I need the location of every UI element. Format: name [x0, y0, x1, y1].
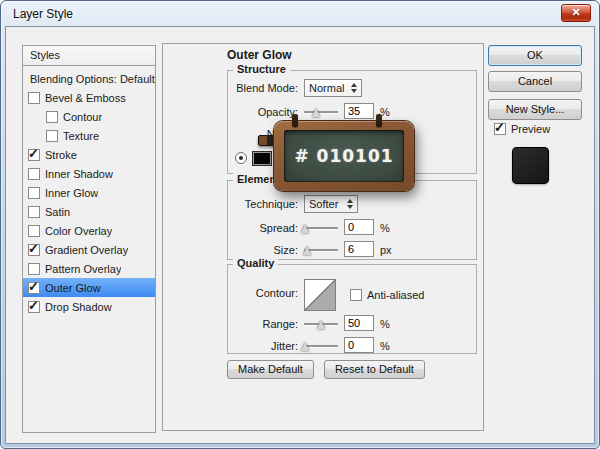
styles-header-label: Styles	[30, 49, 60, 61]
styles-list: Blending Options: Default Bevel & Emboss…	[22, 65, 156, 433]
jitter-slider[interactable]	[304, 338, 338, 353]
technique-row: Technique: Softer	[228, 195, 476, 213]
preview-checkbox-row[interactable]: ✓ Preview	[494, 123, 550, 135]
jitter-row: Jitter: %	[228, 337, 476, 355]
sidebar-item-blending-options[interactable]: Blending Options: Default	[23, 69, 155, 88]
sidebar-item-satin[interactable]: Satin	[23, 202, 155, 221]
size-unit: px	[380, 244, 392, 256]
opacity-slider[interactable]	[304, 104, 338, 119]
glow-color-swatch[interactable]	[252, 151, 272, 166]
sidebar-item-pattern-overlay[interactable]: Pattern Overlay	[23, 259, 155, 278]
range-label: Range:	[228, 318, 298, 330]
jitter-input[interactable]	[344, 337, 374, 353]
window-title: Layer Style	[13, 7, 73, 21]
slider-thumb[interactable]	[317, 320, 325, 329]
checkbox[interactable]: ✓	[28, 301, 40, 313]
slider-thumb[interactable]	[301, 342, 309, 351]
outer-glow-panel: Outer Glow Structure Blend Mode: Normal …	[162, 43, 484, 431]
sidebar-item-contour[interactable]: Contour	[23, 107, 155, 126]
checkbox[interactable]: ✓	[28, 149, 40, 161]
slider-track[interactable]	[304, 227, 338, 229]
elements-group: Elements Technique: Softer Spread: %	[227, 180, 477, 260]
dialog-content: Styles Blending Options: Default Bevel &…	[5, 26, 595, 444]
slider-thumb[interactable]	[312, 108, 320, 117]
slider-track[interactable]	[304, 345, 338, 347]
sidebar-item-inner-shadow[interactable]: Inner Shadow	[23, 164, 155, 183]
checkbox[interactable]	[46, 111, 58, 123]
color-radio[interactable]	[235, 152, 247, 164]
close-button[interactable]: ✕	[561, 4, 591, 22]
spread-unit: %	[380, 222, 390, 234]
color-hex-label: # 010101	[294, 146, 393, 166]
antialiased-checkbox[interactable]	[350, 289, 362, 301]
sidebar-item-bevel-emboss[interactable]: Bevel & Emboss	[23, 88, 155, 107]
chalkboard-surface: # 010101	[284, 130, 404, 182]
contour-label: Contour:	[228, 287, 298, 299]
spread-row: Spread: %	[228, 219, 476, 237]
blend-mode-value: Normal	[309, 82, 344, 94]
size-slider[interactable]	[304, 242, 338, 257]
reset-to-default-button[interactable]: Reset to Default	[324, 360, 425, 379]
slider-track[interactable]	[304, 111, 338, 113]
make-default-button[interactable]: Make Default	[227, 360, 314, 379]
ok-button[interactable]: OK	[488, 45, 582, 66]
antialiased-label: Anti-aliased	[367, 289, 424, 301]
board-peg-icon	[292, 114, 298, 127]
contour-row: Contour: Anti-aliased	[228, 273, 476, 309]
new-style-button[interactable]: New Style...	[488, 99, 582, 120]
range-row: Range: %	[228, 315, 476, 333]
spread-input[interactable]	[344, 219, 374, 235]
technique-value: Softer	[309, 198, 338, 210]
titlebar[interactable]: Layer Style ✕	[1, 1, 599, 26]
opacity-input[interactable]	[344, 103, 374, 119]
slider-thumb[interactable]	[301, 224, 309, 233]
style-preview-swatch	[512, 147, 549, 184]
layer-style-dialog: Layer Style ✕ Styles Blending Options: D…	[0, 0, 600, 449]
hex-color-board: # 010101	[274, 121, 414, 191]
checkbox[interactable]: ✓	[28, 282, 40, 294]
cancel-button[interactable]: Cancel	[488, 71, 582, 92]
panel-title: Outer Glow	[227, 48, 292, 62]
checkbox[interactable]	[28, 225, 40, 237]
spread-label: Spread:	[228, 222, 298, 234]
size-input[interactable]	[344, 241, 374, 257]
technique-select[interactable]: Softer	[304, 195, 358, 213]
size-label: Size:	[228, 244, 298, 256]
close-icon: ✕	[571, 6, 580, 18]
jitter-unit: %	[380, 340, 390, 352]
jitter-label: Jitter:	[228, 340, 298, 352]
styles-header: Styles	[22, 45, 156, 66]
blend-mode-row: Blend Mode: Normal	[228, 79, 476, 97]
preview-checkbox[interactable]: ✓	[494, 123, 506, 135]
sidebar-item-drop-shadow[interactable]: ✓ Drop Shadow	[23, 297, 155, 316]
combo-arrows-icon	[346, 83, 357, 93]
checkbox[interactable]	[28, 92, 40, 104]
checkbox[interactable]	[28, 168, 40, 180]
structure-group-title: Structure	[233, 63, 290, 75]
sidebar-item-inner-glow[interactable]: Inner Glow	[23, 183, 155, 202]
sidebar-item-color-overlay[interactable]: Color Overlay	[23, 221, 155, 240]
default-buttons: Make Default Reset to Default	[227, 360, 432, 379]
checkbox[interactable]	[28, 187, 40, 199]
checkbox[interactable]: ✓	[28, 244, 40, 256]
sidebar-item-texture[interactable]: Texture	[23, 126, 155, 145]
range-unit: %	[380, 318, 390, 330]
blend-mode-label: Blend Mode:	[228, 82, 298, 94]
quality-group: Quality Contour: Anti-aliased Range:	[227, 264, 477, 354]
preview-label: Preview	[511, 123, 550, 135]
antialiased-checkbox-row[interactable]: Anti-aliased	[350, 289, 424, 301]
sidebar-item-outer-glow[interactable]: ✓ Outer Glow	[23, 278, 155, 297]
board-peg-icon	[376, 114, 382, 127]
checkbox[interactable]	[46, 130, 58, 142]
range-input[interactable]	[344, 315, 374, 331]
contour-picker[interactable]	[304, 279, 336, 311]
blend-mode-select[interactable]: Normal	[304, 79, 362, 97]
checkbox[interactable]	[28, 206, 40, 218]
slider-thumb[interactable]	[303, 246, 311, 255]
range-slider[interactable]	[304, 316, 338, 331]
spread-slider[interactable]	[304, 220, 338, 235]
sidebar-item-gradient-overlay[interactable]: ✓ Gradient Overlay	[23, 240, 155, 259]
sidebar-item-stroke[interactable]: ✓ Stroke	[23, 145, 155, 164]
checkbox[interactable]	[28, 263, 40, 275]
technique-label: Technique:	[228, 198, 298, 210]
